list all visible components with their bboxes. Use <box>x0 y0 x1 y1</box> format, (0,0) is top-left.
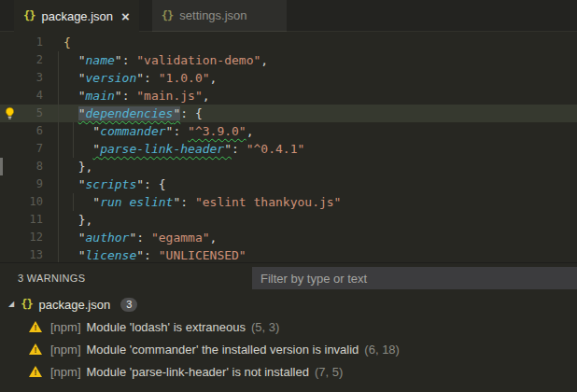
line-number[interactable]: 8 <box>0 158 43 175</box>
code-line[interactable]: 7 "parse-link-header": "^0.4.1" <box>0 140 577 158</box>
code-token: parse-link-header <box>100 142 224 156</box>
indent-guide <box>58 140 59 158</box>
json-file-icon: {} <box>23 9 35 22</box>
code-token: "main.js" <box>136 89 202 103</box>
code-token: "^0.4.1" <box>246 142 305 156</box>
code-line[interactable]: 8 }, <box>0 158 577 175</box>
line-number[interactable]: 6 <box>0 122 43 140</box>
code-token: commander <box>100 124 165 138</box>
warning-source: [npm] <box>50 343 81 357</box>
code-token: { <box>195 106 203 120</box>
code-token: name <box>85 53 114 67</box>
code-token: { <box>159 177 166 191</box>
code-token: : <box>122 53 137 67</box>
code-token: main <box>85 89 114 103</box>
code-token: license <box>85 248 136 262</box>
code-token: " <box>92 142 100 156</box>
warning-position: (7, 5) <box>315 365 343 379</box>
line-number[interactable]: 10 <box>0 193 43 211</box>
warning-row[interactable]: ![npm]Module 'parse-link-header' is not … <box>0 360 577 383</box>
indent-guide <box>58 87 59 105</box>
tab-settings-json[interactable]: {} settings.json <box>152 0 287 32</box>
tab-label: settings.json <box>179 8 246 22</box>
code-line[interactable]: 13 "license": "UNLICENSED" <box>0 246 577 262</box>
line-number[interactable]: 12 <box>0 229 43 246</box>
code-token: : <box>144 248 159 262</box>
line-number[interactable]: 2 <box>0 51 43 69</box>
line-number[interactable]: 1 <box>0 34 43 51</box>
warning-icon: ! <box>29 343 42 355</box>
line-number[interactable]: 7 <box>0 140 43 158</box>
code-token: "eslint thankyou.js" <box>195 195 342 209</box>
editor[interactable]: 1{2 "name": "validation-demo",3 "version… <box>0 32 577 262</box>
code-token: " <box>92 124 100 138</box>
code-line[interactable]: 9 "scripts": { <box>0 175 577 193</box>
line-number[interactable]: 9 <box>0 175 43 193</box>
line-number[interactable]: 11 <box>0 211 43 229</box>
code-line[interactable]: 1{ <box>0 34 577 51</box>
code-line[interactable]: 12 "author": "egamma", <box>0 229 577 246</box>
warning-message: Module 'commander' the installed version… <box>87 343 359 357</box>
line-number[interactable]: 5 <box>0 105 43 122</box>
code-token: , <box>203 89 210 103</box>
warning-row[interactable]: ![npm]Module 'commander' the installed v… <box>0 338 577 360</box>
code-token: author <box>85 231 129 245</box>
indent-guide <box>58 69 59 87</box>
problems-count-badge: 3 <box>120 298 137 312</box>
code-token: : <box>122 89 137 103</box>
warning-icon: ! <box>29 366 42 377</box>
code-line[interactable]: 2 "name": "validation-demo", <box>0 51 577 69</box>
code-token: : <box>180 106 195 120</box>
code-line[interactable]: 6 "commander": "^3.9.0", <box>0 122 577 140</box>
json-file-icon: {} <box>162 9 173 22</box>
code-token: "UNLICENSED" <box>159 248 246 262</box>
warning-position: (5, 3) <box>251 320 279 334</box>
problems-file-name: package.json <box>39 298 111 312</box>
code-token: " <box>115 53 122 67</box>
code-token: version <box>85 71 136 85</box>
warning-position: (6, 18) <box>364 343 400 357</box>
code-token: "^3.9.0" <box>188 124 246 138</box>
code-token: , <box>210 231 218 245</box>
problems-filter-input[interactable] <box>252 267 577 289</box>
code-line[interactable]: 10 "run eslint": "eslint thankyou.js" <box>0 193 577 211</box>
code-token: { <box>63 35 71 49</box>
code-line[interactable]: 4 "main": "main.js", <box>0 87 577 105</box>
code-token: , <box>210 71 218 85</box>
code-token: " <box>136 248 144 262</box>
code-token: }, <box>78 160 93 174</box>
indent-guide <box>73 140 74 158</box>
code-line[interactable]: 11 }, <box>0 211 577 229</box>
code-token: " <box>136 177 144 191</box>
code-token: " <box>115 89 122 103</box>
warning-source: [npm] <box>50 320 81 334</box>
code-line[interactable]: 5 "dependencies": { <box>0 105 577 122</box>
line-number[interactable]: 3 <box>0 69 43 87</box>
problems-panel-header: 3 WARNINGS <box>0 263 577 293</box>
code-token: " <box>224 142 232 156</box>
line-number[interactable]: 13 <box>0 246 43 262</box>
code-token: : <box>144 177 159 191</box>
code-token: dependencies <box>85 106 173 120</box>
indent-guide <box>58 175 59 193</box>
line-number[interactable]: 4 <box>0 87 43 105</box>
close-icon[interactable]: × <box>121 9 130 23</box>
code-line[interactable]: 3 "version": "1.0.0", <box>0 69 577 87</box>
code-token: "1.0.0" <box>159 71 210 85</box>
problems-file-row[interactable]: ◢ {} package.json 3 <box>0 293 577 315</box>
indent-guide <box>58 122 59 140</box>
indent-guide <box>73 122 74 140</box>
code-token: " <box>92 195 100 209</box>
code-token: , <box>246 124 254 138</box>
json-file-icon: {} <box>21 298 32 311</box>
indent-guide <box>58 211 59 229</box>
chevron-expanded-icon[interactable]: ◢ <box>8 300 14 308</box>
code-token: run eslint <box>100 195 173 209</box>
warning-row[interactable]: ![npm]Module 'lodash' is extraneous(5, 3… <box>0 315 577 338</box>
code-token: : <box>136 231 151 245</box>
tab-package-json[interactable]: {} package.json × <box>14 0 139 32</box>
warnings-count-label: 3 WARNINGS <box>18 273 85 284</box>
code-token: " <box>136 71 144 85</box>
code-token: "validation-demo" <box>136 53 260 67</box>
problems-panel: 3 WARNINGS ◢ {} package.json 3 ![npm]Mod… <box>0 262 577 392</box>
